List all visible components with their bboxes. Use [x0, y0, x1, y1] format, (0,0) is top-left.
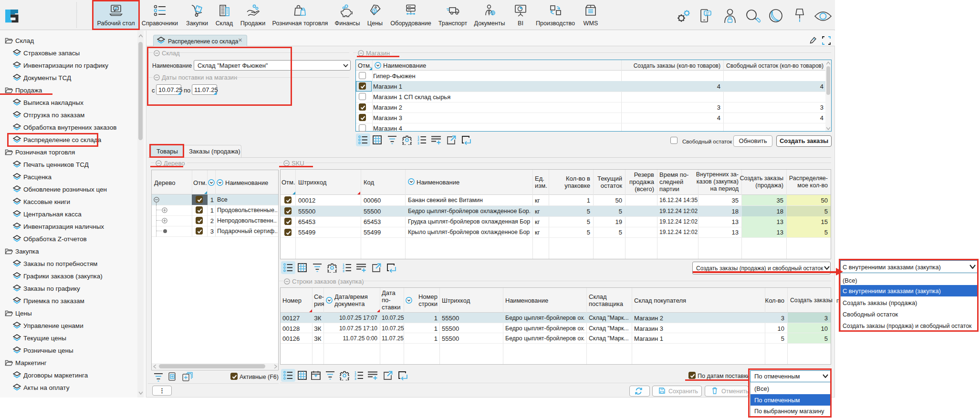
svg-text:3: 3: [417, 142, 419, 145]
svg-text:3: 3: [343, 269, 344, 273]
svg-text:$: $: [373, 9, 376, 14]
svg-text:3: 3: [354, 377, 356, 380]
